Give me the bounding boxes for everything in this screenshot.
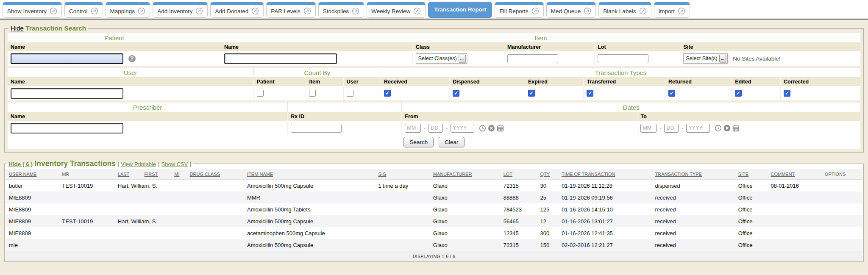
tab-fill-reports[interactable]: Fill Reports (495, 2, 543, 18)
table-cell: MIE8809 (6, 227, 58, 239)
rx-section-spacer (288, 103, 402, 112)
tab-control[interactable]: Control (64, 2, 103, 18)
date-separator: - (446, 125, 448, 131)
col-header-manufacturer[interactable]: MANUFACTURER (430, 169, 500, 180)
table-cell (171, 192, 186, 203)
table-row[interactable]: MIE8809Amoxicillin 500mg TabletsGlaxo784… (6, 203, 862, 215)
open-new-window-icon[interactable] (678, 7, 685, 15)
from-year-input[interactable] (451, 124, 474, 133)
from-clear-date-icon[interactable] (488, 125, 495, 132)
view-printable-link[interactable]: View Printable (121, 161, 156, 167)
open-new-window-icon[interactable] (91, 7, 98, 15)
col-header-drug-class[interactable]: DRUG CLASS (186, 169, 244, 180)
tab-accent-bar (367, 2, 425, 5)
col-header-time-of-transaction[interactable]: TIME OF TRANSACTION (558, 169, 651, 180)
table-cell: Glaxo (430, 239, 500, 251)
open-new-window-icon[interactable] (413, 7, 421, 15)
open-new-window-icon[interactable] (352, 7, 359, 15)
clear-button[interactable]: Clear (439, 137, 464, 147)
rx-id-input[interactable] (291, 124, 342, 133)
tab-par-levels[interactable]: PAR Levels (266, 2, 316, 18)
col-header-last[interactable]: LAST (114, 169, 141, 180)
hide-results-link[interactable]: Hide ( 6 ) (8, 161, 33, 167)
tab-blank-labels[interactable]: Blank Labels (598, 2, 651, 18)
tab-mappings[interactable]: Mappings (106, 2, 150, 18)
from-month-input[interactable] (405, 124, 421, 133)
tab-transaction-report[interactable]: Transaction Report (428, 2, 492, 18)
prescriber-name-input[interactable] (11, 123, 123, 133)
count-by-item-label: Item (306, 77, 343, 86)
manufacturer-input[interactable] (507, 54, 558, 63)
type-corrected-checkbox[interactable]: ✓ (784, 90, 790, 97)
col-header-lot[interactable]: LOT (500, 169, 537, 180)
table-cell: received (652, 227, 735, 239)
table-row[interactable]: mieAmoxicillin 500mg CapsuleGlaxo7231515… (6, 239, 862, 251)
help-icon[interactable]: ? (128, 55, 136, 62)
open-new-window-icon[interactable] (639, 7, 647, 15)
from-time-icon[interactable] (479, 125, 486, 132)
table-cell (767, 203, 821, 215)
type-transferred-checkbox[interactable]: ✓ (587, 90, 593, 97)
table-row[interactable]: MIE8809TEST-10019Hart, William, S.Amoxic… (6, 215, 862, 227)
table-cell (186, 239, 244, 251)
col-header-sig[interactable]: SIG (375, 169, 429, 180)
hide-search-link[interactable]: Hide (11, 25, 24, 32)
from-day-input[interactable] (428, 124, 443, 133)
table-cell: 01-16-2026 14:15:10 (558, 203, 651, 215)
tab-accent-bar (267, 2, 315, 5)
type-returned-checkbox[interactable]: ✓ (668, 90, 675, 97)
show-csv-link[interactable]: Show CSV (161, 161, 188, 167)
tab-stockpiles[interactable]: Stockpiles (318, 2, 364, 18)
class-picker-button[interactable]: ... (459, 55, 465, 62)
type-expired-checkbox[interactable]: ✓ (528, 90, 535, 97)
tab-add-inventory[interactable]: Add Inventory (153, 2, 208, 18)
open-new-window-icon[interactable] (584, 7, 591, 15)
open-new-window-icon[interactable] (251, 7, 259, 15)
open-new-window-icon[interactable] (138, 7, 145, 15)
to-month-input[interactable] (640, 124, 657, 133)
open-new-window-icon[interactable] (531, 7, 539, 15)
patient-name-label: Name (8, 42, 221, 51)
user-name-input[interactable] (11, 88, 123, 99)
type-dispensed-checkbox[interactable]: ✓ (453, 90, 459, 97)
col-header-mi[interactable]: MI (171, 169, 186, 180)
open-new-window-icon[interactable] (50, 7, 57, 15)
to-time-icon[interactable] (715, 125, 722, 132)
col-header-item-name[interactable]: ITEM NAME (244, 169, 375, 180)
col-header-first[interactable]: FIRST (141, 169, 171, 180)
tab-import[interactable]: Import (654, 2, 690, 18)
tab-show-inventory[interactable]: Show Inventory (3, 2, 62, 18)
col-header-site[interactable]: SITE (735, 169, 768, 180)
to-clear-date-icon[interactable] (723, 125, 731, 132)
tab-med-queue[interactable]: Med Queue (546, 2, 596, 18)
search-button[interactable]: Search (403, 137, 434, 147)
lot-input[interactable] (598, 54, 648, 63)
open-new-window-icon[interactable] (195, 7, 203, 15)
table-row[interactable]: butlerTEST-10019Hart, William, S.Amoxici… (6, 180, 862, 192)
count-by-user-checkbox[interactable] (347, 90, 353, 97)
table-cell (186, 192, 244, 203)
col-header-qty[interactable]: QTY (537, 169, 559, 180)
open-new-window-icon[interactable] (303, 7, 311, 15)
to-year-input[interactable] (686, 124, 710, 133)
patient-name-input[interactable] (11, 53, 123, 64)
col-header-comment[interactable]: COMMENT (767, 169, 821, 180)
type-received-checkbox[interactable]: ✓ (384, 90, 391, 97)
type-edited-checkbox[interactable]: ✓ (735, 90, 742, 97)
count-by-item-checkbox[interactable] (309, 90, 316, 97)
table-row[interactable]: MIE8809acetaminophen 500mg CapsuleGlaxo1… (6, 227, 862, 239)
table-row[interactable]: MIE8809MMRGlaxo888882501-19-2026 09:19:5… (6, 192, 862, 203)
to-calendar-icon[interactable] (732, 125, 740, 132)
site-picker-button[interactable]: ... (719, 55, 726, 62)
to-day-input[interactable] (664, 124, 679, 133)
class-select-picker[interactable]: Select Class(es) ... (416, 53, 467, 64)
tab-weekly-review[interactable]: Weekly Review (367, 2, 426, 18)
item-name-input[interactable] (224, 53, 337, 64)
from-calendar-icon[interactable] (497, 125, 504, 132)
col-header-transaction-type[interactable]: TRANSACTION TYPE (652, 169, 735, 180)
count-by-patient-checkbox[interactable] (257, 90, 264, 97)
table-cell (821, 180, 862, 192)
col-header-user-name[interactable]: USER NAME (6, 169, 58, 180)
site-select-picker[interactable]: Select Site(s) ... (683, 53, 728, 64)
tab-add-donated[interactable]: Add Donated (210, 2, 264, 18)
